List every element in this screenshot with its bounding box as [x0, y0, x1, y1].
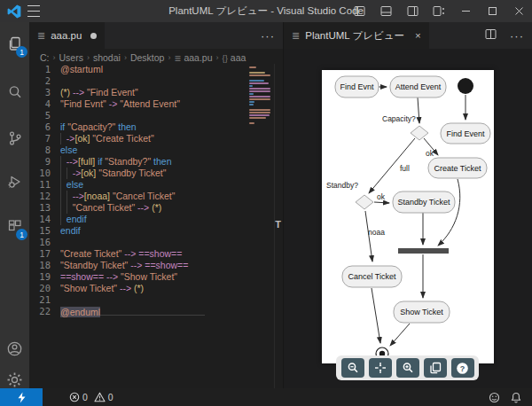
code-line[interactable]: 13 "Cancel Ticket" --> (*) [29, 202, 283, 214]
code-line[interactable]: 19==show== --> "Show Ticket" [29, 271, 283, 283]
tab-plantuml-preview[interactable]: ≣ PlantUML プレビュー × [284, 22, 429, 49]
code-line[interactable]: 8else [29, 144, 283, 156]
editor-group: ≣ aaa.pu ··· C:›Users›shodai›Desktop›≣aa… [29, 22, 283, 388]
code-line[interactable]: 20"Show Ticket" --> (*) [29, 283, 283, 294]
plantuml-file-icon: ≣ [37, 30, 45, 42]
code-line[interactable]: 3(*) --> "Find Event" [29, 87, 283, 98]
error-count: 0 [82, 392, 88, 402]
modified-dot-icon[interactable] [90, 33, 97, 39]
line-number: 21 [29, 294, 51, 306]
sidebar-item-run-debug[interactable] [0, 168, 29, 197]
minimize-icon[interactable] [452, 0, 479, 22]
line-content: -->[noaa] "Cancel Ticket" [60, 191, 175, 202]
breadcrumb-item[interactable]: C: [40, 52, 50, 63]
breadcrumb-item[interactable]: Desktop [130, 52, 165, 63]
more-actions-icon[interactable]: ··· [253, 29, 283, 43]
zoom-out-button[interactable] [341, 358, 364, 378]
close-icon[interactable] [505, 0, 532, 22]
code-line[interactable]: 18"Standby Ticket" --> ==show== [29, 260, 283, 271]
help-button[interactable]: ? [451, 358, 474, 378]
line-content: ==show== --> "Show Ticket" [60, 271, 177, 283]
code-line[interactable]: 7 ->[ok] "Create Ticket" [29, 133, 283, 144]
split-editor-icon[interactable] [480, 27, 502, 43]
minimap[interactable] [249, 66, 272, 125]
breadcrumb-item[interactable]: Users [59, 52, 83, 63]
line-number: 8 [29, 144, 51, 156]
code-line[interactable]: 10 ->[ok] "Standby Ticket" [29, 168, 283, 179]
code-line[interactable]: 5 [29, 110, 283, 121]
magnifier-plus-icon [402, 362, 414, 374]
code-line[interactable]: 14 endif [29, 214, 283, 225]
code-line[interactable]: 9 -->[full] if "Standby?" then [29, 156, 283, 168]
code-line[interactable]: 12 -->[noaa] "Cancel Ticket" [29, 191, 283, 202]
line-content: endif [60, 225, 81, 237]
close-tab-icon[interactable]: × [415, 30, 421, 41]
node-show-ticket: Show Ticket [394, 301, 450, 323]
feedback-icon[interactable] [489, 392, 500, 403]
zoom-reset-button[interactable] [369, 358, 392, 378]
code-line[interactable]: 11 else [29, 179, 283, 191]
sidebar-item-search[interactable] [0, 77, 29, 106]
line-number: 7 [29, 133, 51, 144]
layout-sidebar-left-icon[interactable] [346, 0, 372, 22]
code-line[interactable]: 21 [29, 294, 283, 306]
code-line[interactable]: 22@enduml [29, 306, 283, 317]
tab-label: aaa.pu [51, 30, 82, 41]
lightning-icon [17, 392, 27, 403]
error-icon [69, 392, 80, 402]
svg-text:Standby Ticket: Standby Ticket [397, 198, 450, 207]
plantuml-file-icon: ≣ [292, 30, 300, 42]
sidebar-item-explorer[interactable]: 1 [0, 29, 29, 59]
line-content: "Show Ticket" --> (*) [60, 283, 144, 294]
warning-icon [94, 392, 106, 402]
breadcrumb-separator: › [167, 53, 171, 62]
bell-icon[interactable] [511, 392, 521, 403]
magnifier-minus-icon [347, 362, 359, 374]
line-number: 10 [29, 168, 51, 179]
preview-toolbar: ? [336, 355, 479, 380]
breadcrumb-item[interactable]: aaa [231, 52, 246, 63]
layout-customize-icon[interactable] [426, 0, 452, 22]
code-line[interactable]: 6if "Capacity?" then [29, 121, 283, 133]
zoom-in-button[interactable] [396, 358, 419, 378]
vscode-logo [7, 4, 21, 19]
editor-scrollbar[interactable] [274, 64, 283, 388]
line-content: (*) --> "Find Event" [60, 87, 138, 98]
breadcrumb-item[interactable]: aaa.pu [184, 52, 212, 63]
sidebar-item-source-control[interactable] [0, 123, 29, 152]
code-line[interactable]: 17"Create Ticket" --> ==show== [29, 248, 283, 260]
diagram-edge [374, 202, 389, 203]
code-line[interactable]: 1@startuml [29, 64, 283, 75]
copy-button[interactable] [424, 358, 447, 378]
edge-label: ok [377, 192, 386, 201]
line-number: 13 [29, 202, 51, 214]
maximize-icon[interactable] [479, 0, 505, 22]
edge-label: Standby? [326, 181, 358, 190]
problems-indicator[interactable]: 0 0 [69, 392, 113, 402]
code-line[interactable]: 4"Find Evnt" -> "Attend Event" [29, 98, 283, 110]
choice-capacity-choice [411, 126, 428, 140]
line-number: 18 [29, 260, 51, 271]
more-actions-icon[interactable]: ··· [502, 29, 532, 43]
line-number: 3 [29, 87, 51, 98]
sidebar-item-extensions[interactable]: 1 [0, 212, 29, 241]
account-button[interactable] [0, 334, 29, 363]
svg-text:Show Ticket: Show Ticket [400, 308, 443, 316]
line-content: else [60, 144, 77, 156]
code-line[interactable]: 15endif [29, 225, 283, 237]
layout-panel-icon[interactable] [372, 0, 399, 22]
title-bar: PlantUML プレビュー - Visual Studio Code [0, 0, 532, 22]
menu-icon[interactable] [27, 5, 40, 17]
svg-text:Find Event: Find Event [446, 129, 485, 138]
diagram-edge [390, 324, 410, 346]
code-line[interactable]: 2 [29, 75, 283, 87]
line-number: 2 [29, 75, 51, 87]
remote-indicator[interactable] [0, 388, 43, 406]
code-editor[interactable]: 1@startuml23(*) --> "Find Event"4"Find E… [29, 64, 283, 388]
tab-aaa-pu[interactable]: ≣ aaa.pu [29, 22, 105, 49]
code-lines: 1@startuml23(*) --> "Find Event"4"Find E… [29, 64, 283, 317]
code-line[interactable]: 16 [29, 237, 283, 248]
layout-sidebar-right-icon[interactable] [399, 0, 426, 22]
node-find-evnt: Find Evnt [335, 76, 379, 98]
breadcrumb-item[interactable]: shodai [93, 52, 121, 63]
